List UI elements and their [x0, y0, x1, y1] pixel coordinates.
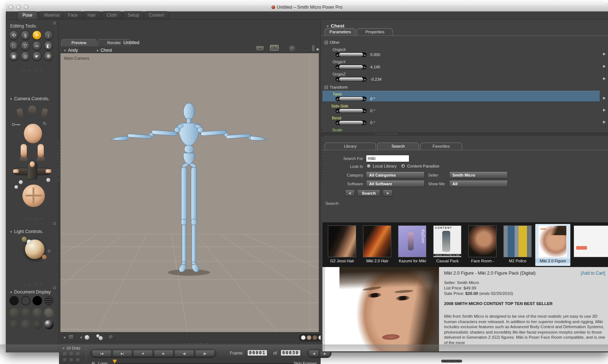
- camera-head-icon[interactable]: [28, 106, 36, 114]
- result-thumbnail[interactable]: KaZumi: [398, 225, 426, 257]
- param-menu-arrow[interactable]: ▶: [603, 64, 606, 68]
- body-part-menu[interactable]: ▼Chest: [96, 48, 112, 53]
- sidebar-divider[interactable]: [22, 69, 43, 71]
- display-sketch-icon[interactable]: [44, 320, 54, 329]
- camera-select-icon[interactable]: [270, 45, 279, 51]
- originy-dial[interactable]: [335, 65, 367, 69]
- display-hiddenline-icon[interactable]: [44, 296, 54, 305]
- group-transform[interactable]: Transform: [325, 85, 348, 89]
- toolbar-overflow-arrow[interactable]: ▶: [317, 47, 320, 51]
- light-brightness-icon[interactable]: ☼: [47, 247, 51, 253]
- ui-dot[interactable]: [63, 352, 68, 357]
- side-side-dial[interactable]: [335, 109, 367, 113]
- result-thumbnail[interactable]: CONTENT CASUAL CLOTHES for MIKI: [433, 225, 461, 257]
- result-item[interactable]: Miki 2.0 Hair: [360, 224, 395, 266]
- tab-library[interactable]: Library: [325, 143, 376, 150]
- tab-setup[interactable]: Setup: [123, 11, 144, 19]
- grouping-tool-icon[interactable]: ▣: [9, 51, 18, 61]
- display-flat-shaded-icon[interactable]: [21, 308, 30, 317]
- ui-dot[interactable]: [76, 352, 81, 357]
- result-item[interactable]: KaZumi Kazumi for Miki: [395, 224, 430, 266]
- main-viewport[interactable]: Main Camera: [60, 53, 319, 333]
- result-item[interactable]: CONTENT CASUAL CLOTHES for MIKI Casual P…: [430, 224, 465, 266]
- move-axis-icon[interactable]: ✣: [301, 45, 307, 53]
- param-menu-arrow[interactable]: ▶: [603, 108, 606, 112]
- content-paradise-radio-label[interactable]: Content Paradise: [407, 164, 439, 168]
- camera-dot-1[interactable]: [19, 180, 23, 184]
- scale-tool-icon[interactable]: □: [9, 41, 18, 50]
- result-item[interactable]: M2 Police: [500, 224, 535, 266]
- camera-right-hand-icon[interactable]: [41, 108, 48, 118]
- display-smooth-shaded-icon[interactable]: [9, 320, 19, 329]
- trackball-mini-icon[interactable]: [289, 46, 295, 52]
- taper-tool-icon[interactable]: ▽: [21, 41, 30, 50]
- light-collapse-icon[interactable]: [53, 222, 56, 225]
- next-results-button[interactable]: >: [383, 190, 393, 197]
- prev-results-button[interactable]: <: [345, 190, 355, 197]
- display-cartoon-icon[interactable]: [44, 308, 54, 317]
- light-controls-title[interactable]: ▼Light Controls.: [9, 229, 43, 234]
- param-menu-arrow[interactable]: ▶: [603, 76, 606, 80]
- camera-preset-icon[interactable]: [256, 46, 264, 51]
- parameters-header[interactable]: ▼Chest: [326, 23, 344, 29]
- param-value[interactable]: 4.145: [370, 65, 380, 69]
- ui-dots-title[interactable]: ▼UI Dots: [62, 346, 80, 350]
- param-label[interactable]: Scale: [332, 128, 342, 132]
- tab-content[interactable]: Content: [144, 11, 169, 19]
- column-resize-gutter-right[interactable]: [321, 128, 323, 179]
- editing-tools-collapse-icon[interactable]: [53, 22, 56, 24]
- result-thumbnail[interactable]: [503, 225, 532, 257]
- category-dropdown[interactable]: All Categories: [366, 172, 425, 178]
- result-thumbnail[interactable]: [328, 225, 356, 257]
- ui-dot[interactable]: [69, 358, 74, 363]
- tab-face[interactable]: Face: [63, 11, 83, 19]
- camera-left-hand-icon[interactable]: [16, 108, 24, 118]
- step-back-button[interactable]: ◀|: [174, 350, 194, 357]
- dolly-icon[interactable]: [312, 45, 315, 51]
- panel-splitter-handle[interactable]: [375, 133, 398, 135]
- result-item-selected[interactable]: miki Miki 2.0 Figure: [535, 224, 570, 266]
- add-to-cart-link[interactable]: [Add to Cart]: [581, 271, 605, 276]
- prev-key-button[interactable]: ◀: [309, 350, 319, 357]
- tracking-menu-icon[interactable]: ▼: [80, 336, 83, 339]
- translate-tool-icon[interactable]: ✛: [32, 30, 42, 40]
- twist-dial[interactable]: [335, 97, 367, 101]
- display-wireframe-icon[interactable]: [33, 296, 42, 305]
- ui-dot[interactable]: [63, 358, 68, 363]
- face-camera-icon[interactable]: [24, 124, 42, 143]
- param-menu-arrow[interactable]: ▶: [603, 52, 606, 56]
- total-frames-counter[interactable]: 00030: [280, 350, 301, 356]
- tab-cloth[interactable]: Cloth: [102, 11, 122, 19]
- tab-properties[interactable]: Properties: [357, 28, 393, 35]
- direct-manipulation-tool-icon[interactable]: ☸: [44, 51, 53, 61]
- shadow-ball-icon[interactable]: [109, 335, 114, 340]
- left-hand-camera-icon[interactable]: [21, 144, 27, 158]
- param-menu-arrow[interactable]: ▶: [603, 120, 606, 124]
- param-value[interactable]: -0.234: [370, 77, 381, 81]
- camera-controls-cluster[interactable]: ↻: [6, 103, 59, 208]
- result-thumbnail[interactable]: miki: [539, 225, 567, 257]
- param-value[interactable]: 0.000: [370, 52, 380, 57]
- pane-dot-3[interactable]: [313, 335, 317, 340]
- param-label[interactable]: OriginX: [333, 47, 346, 52]
- last-frame-button[interactable]: ▶|: [113, 350, 132, 357]
- group-other[interactable]: Other: [325, 40, 340, 45]
- ui-dot[interactable]: [69, 352, 74, 357]
- panel-splitter[interactable]: [321, 132, 608, 135]
- originx-dial[interactable]: [335, 52, 367, 57]
- light-dot-2[interactable]: [27, 240, 31, 244]
- rotate-tool-icon[interactable]: ⟲: [9, 30, 18, 40]
- software-dropdown[interactable]: All Software: [366, 180, 425, 187]
- result-item-partial[interactable]: [570, 224, 608, 266]
- display-lit-wireframe-icon[interactable]: [9, 308, 19, 317]
- column-resize-gutter-left[interactable]: [58, 139, 60, 182]
- light-dot-1[interactable]: [22, 237, 27, 242]
- display-texture-shaded-icon[interactable]: [33, 320, 42, 329]
- camera-name-label[interactable]: Main Camera: [64, 56, 89, 60]
- loop-toggle[interactable]: [92, 362, 95, 364]
- skip-frames-label[interactable]: Skip Frames: [294, 361, 317, 364]
- background-swatch[interactable]: [68, 334, 74, 340]
- horizontal-scroll-handle[interactable]: [441, 360, 462, 363]
- color-tool-icon[interactable]: ◧: [44, 41, 53, 50]
- param-value[interactable]: 0 °: [370, 97, 375, 101]
